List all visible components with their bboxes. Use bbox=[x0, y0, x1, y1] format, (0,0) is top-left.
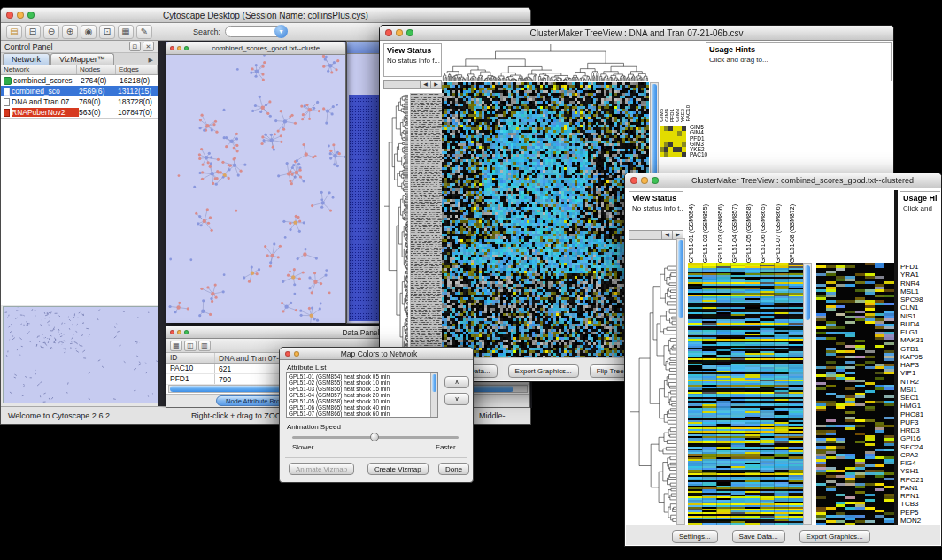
secondary-heatmap-canvas[interactable] bbox=[816, 263, 894, 525]
scroll-track[interactable] bbox=[384, 81, 420, 88]
network-row[interactable]: combined_sco 2569(6) 13112(15) bbox=[1, 86, 158, 96]
search-input[interactable]: ▾ bbox=[225, 26, 287, 37]
gene-list-item[interactable]: YRA1 bbox=[900, 271, 940, 279]
attribute-item[interactable]: GPL51-03 (GSM856) heat shock 15 min bbox=[287, 386, 437, 392]
gene-list-item[interactable]: GPI16 bbox=[900, 434, 940, 442]
network-graph-canvas[interactable] bbox=[166, 55, 345, 323]
gene-list-item[interactable]: BUD4 bbox=[900, 320, 940, 328]
gene-list-item[interactable]: TCB3 bbox=[900, 500, 940, 508]
zoom-icon[interactable] bbox=[184, 46, 189, 50]
minimize-icon[interactable] bbox=[396, 29, 403, 36]
float-panel-icon[interactable]: ⊡ bbox=[129, 42, 141, 51]
gene-list-item[interactable]: NIS1 bbox=[900, 312, 940, 320]
move-down-button[interactable]: ∨ bbox=[444, 393, 469, 405]
attribute-item[interactable]: GPL51-04 (GSM857) heat shock 20 min bbox=[287, 392, 437, 398]
minimize-icon[interactable] bbox=[177, 46, 181, 50]
gene-list-item[interactable]: PHO81 bbox=[900, 410, 940, 418]
gene-list-item[interactable]: RPN1 bbox=[900, 492, 940, 500]
close-window-icon[interactable] bbox=[6, 12, 13, 19]
expression-heatmap-canvas[interactable] bbox=[688, 263, 803, 525]
create-vizmap-button[interactable]: Create Vizmap bbox=[367, 463, 429, 475]
close-icon[interactable] bbox=[285, 351, 290, 357]
network-row[interactable]: combined_scores 2764(0) 16218(0) bbox=[1, 75, 158, 86]
minimize-icon[interactable] bbox=[177, 330, 181, 334]
gene-list-item[interactable]: SEC24 bbox=[900, 443, 940, 451]
gene-list-item[interactable]: RPO21 bbox=[900, 476, 940, 484]
gene-list-item[interactable]: CLN1 bbox=[900, 303, 940, 311]
dendrogram-vscrollbar[interactable] bbox=[676, 238, 685, 525]
gene-list-item[interactable]: GTB1 bbox=[900, 345, 940, 353]
close-icon[interactable] bbox=[170, 330, 174, 334]
zoom-icon[interactable] bbox=[406, 29, 413, 36]
tab-overflow-icon[interactable]: ▶ bbox=[146, 57, 156, 65]
network-overview-thumbnail[interactable] bbox=[3, 306, 158, 403]
column-dendrogram-canvas[interactable] bbox=[442, 42, 649, 82]
zoom-selected-icon[interactable]: ◉ bbox=[81, 25, 97, 39]
zoom-fit-icon[interactable]: ⊡ bbox=[99, 25, 115, 39]
gene-list-item[interactable]: MSI1 bbox=[900, 386, 940, 394]
gene-list-item[interactable]: PEP5 bbox=[900, 509, 940, 517]
scrollbar-thumb[interactable] bbox=[432, 374, 436, 392]
zoom-window-icon[interactable] bbox=[27, 12, 35, 19]
gene-list-item[interactable]: MON2 bbox=[900, 517, 940, 525]
gene-list-item[interactable]: PUF3 bbox=[900, 418, 940, 426]
treeview1-hscrollbar[interactable]: ◀▶ bbox=[383, 80, 442, 89]
heatmap-vscrollbar[interactable] bbox=[803, 263, 812, 525]
gene-list-item[interactable]: SEC1 bbox=[900, 394, 940, 402]
zoom-out-icon[interactable]: ⊖ bbox=[43, 25, 59, 39]
animate-vizmap-button[interactable]: Animate Vizmap bbox=[289, 463, 354, 475]
search-dropdown-icon[interactable]: ▾ bbox=[274, 25, 288, 38]
row-dendrogram-canvas[interactable] bbox=[629, 263, 676, 525]
gene-list-item[interactable]: PFD1 bbox=[900, 263, 940, 271]
close-icon[interactable] bbox=[170, 46, 174, 50]
minimize-icon[interactable] bbox=[294, 351, 299, 357]
annotation-icon[interactable]: ✎ bbox=[136, 25, 152, 39]
tab-vizmapper[interactable]: VizMapper™ bbox=[50, 53, 114, 65]
move-up-button[interactable]: ∧ bbox=[444, 376, 469, 388]
import-network-icon[interactable]: ⊟ bbox=[25, 25, 41, 39]
treeview-button[interactable]: Save Data... bbox=[732, 530, 785, 543]
treeview2-titlebar[interactable]: ClusterMaker TreeView : combined_scores_… bbox=[625, 173, 941, 188]
treeview1-titlebar[interactable]: ClusterMaker TreeView : DNA and Tran 07-… bbox=[380, 26, 893, 41]
gene-list-item[interactable]: FIG4 bbox=[900, 459, 940, 467]
slider-thumb[interactable] bbox=[370, 433, 379, 441]
gene-list-item[interactable]: SPC98 bbox=[900, 295, 940, 303]
gene-list-item[interactable]: CPA2 bbox=[900, 451, 940, 459]
zoom-icon[interactable] bbox=[652, 177, 659, 184]
attribute-item[interactable]: GPL51-06 (GSM865) heat shock 40 min bbox=[287, 404, 437, 410]
gene-list-item[interactable]: HMG1 bbox=[900, 402, 940, 410]
expression-heatmap-canvas[interactable] bbox=[442, 82, 649, 357]
network-row[interactable]: RNAPuberNov2 563(0) 107847(0) bbox=[1, 107, 158, 118]
gene-list-item[interactable]: MSL1 bbox=[900, 288, 940, 295]
treeview-button[interactable]: Export Graphics... bbox=[799, 530, 870, 543]
gene-list-item[interactable]: PAN1 bbox=[900, 484, 940, 492]
background-network-titlebar[interactable] bbox=[347, 42, 382, 54]
gene-list-item[interactable]: HAP3 bbox=[900, 361, 940, 369]
treeview-button[interactable]: Export Graphics... bbox=[508, 364, 579, 378]
attribute-item[interactable]: GPL51-07 (GSM866) heat shock 60 min bbox=[287, 410, 437, 417]
scrollbar-thumb[interactable] bbox=[805, 265, 810, 320]
gene-list-item[interactable]: YSH1 bbox=[900, 467, 940, 475]
close-panel-icon[interactable]: ✕ bbox=[143, 42, 154, 51]
gene-list-item[interactable]: ELG1 bbox=[900, 328, 940, 336]
tab-network[interactable]: Network bbox=[3, 53, 50, 65]
treeview-button[interactable]: Settings... bbox=[672, 530, 718, 543]
gene-list-item[interactable]: VIP1 bbox=[900, 369, 940, 377]
main-window-titlebar[interactable]: Cytoscape Desktop (Session Name: collins… bbox=[1, 8, 530, 23]
attribute-list-scrollbar[interactable] bbox=[430, 373, 437, 417]
attribute-item[interactable]: GPL51-01 (GSM854) heat shock 05 min bbox=[287, 373, 437, 380]
gene-list-item[interactable]: RNR4 bbox=[900, 280, 940, 288]
animation-speed-slider[interactable] bbox=[292, 436, 459, 439]
close-icon[interactable] bbox=[385, 29, 392, 36]
row-dendrogram-canvas[interactable] bbox=[383, 93, 409, 357]
zoom-icon[interactable] bbox=[184, 330, 189, 334]
scroll-left-icon[interactable]: ◀ bbox=[420, 81, 430, 88]
scroll-left-icon[interactable]: ◀ bbox=[661, 231, 672, 239]
scroll-track[interactable] bbox=[629, 231, 661, 239]
gene-list-item[interactable]: MAK31 bbox=[900, 336, 940, 344]
dialog-titlebar[interactable]: Map Colors to Network bbox=[280, 348, 473, 360]
close-icon[interactable] bbox=[630, 177, 637, 184]
done-button[interactable]: Done bbox=[438, 463, 469, 475]
gene-list-item[interactable]: KAP95 bbox=[900, 353, 940, 361]
treeview2-hscrollbar[interactable]: ◀▶ bbox=[629, 230, 683, 240]
